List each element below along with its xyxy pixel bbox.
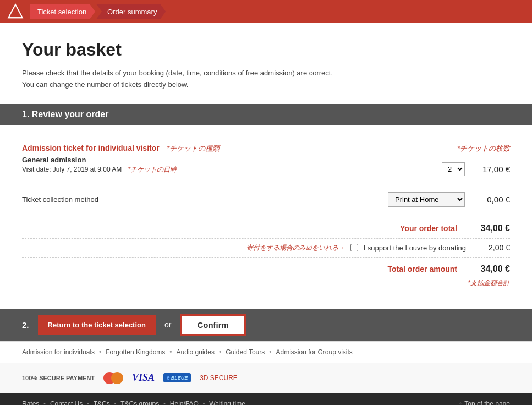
confirm-button[interactable]: Confirm bbox=[180, 314, 246, 336]
footer-tcs[interactable]: T&Cs bbox=[94, 400, 110, 405]
grand-total-annotation-row: *支払金額合計 bbox=[22, 278, 510, 292]
breadcrumb-ticket-selection[interactable]: Ticket selection bbox=[30, 4, 95, 19]
louvre-logo-icon bbox=[7, 3, 24, 20]
footer-link-audio-guides[interactable]: Audio guides bbox=[177, 348, 215, 356]
order-total-row: Your order total 34,00 € bbox=[22, 221, 510, 236]
collection-method-select[interactable]: Print at Home Collect at venue bbox=[388, 192, 465, 207]
action-section: 2. Return to the ticket selection or Con… bbox=[0, 309, 532, 341]
ticket-date: Visit date: July 7, 2019 at 9:00 AM *チケッ… bbox=[22, 165, 442, 174]
collection-price: 0,00 € bbox=[471, 195, 510, 204]
breadcrumb-order-summary[interactable]: Order summary bbox=[96, 4, 166, 19]
header: Ticket selection Order summary bbox=[0, 0, 532, 23]
footer-link-admission-individuals[interactable]: Admission for individuals bbox=[22, 348, 95, 356]
page-subtitle-line2: You can change the number of tickets dir… bbox=[22, 79, 510, 91]
footer-contact-us[interactable]: Contact Us bbox=[50, 400, 83, 405]
grand-total-label: Total order amount bbox=[387, 265, 457, 273]
order-total-label: Your order total bbox=[400, 224, 457, 233]
quantity-select[interactable]: 2 1 3 4 5 bbox=[442, 162, 465, 176]
qty-annotation: *チケットの枚数 bbox=[457, 144, 510, 154]
ticket-unit-price: 17,00 € bbox=[471, 165, 510, 174]
ticket-info: Admission ticket for individual visitor … bbox=[22, 144, 442, 174]
donate-annotation: 寄付をする場合のみ☑をいれる→ bbox=[246, 243, 345, 253]
collection-label: Ticket collection method bbox=[22, 195, 98, 204]
or-text: or bbox=[164, 320, 171, 329]
donate-label: I support the Louvre by donating bbox=[364, 244, 466, 252]
donate-row: 寄付をする場合のみ☑をいれる→ I support the Louvre by … bbox=[22, 238, 510, 258]
step-number: 2. bbox=[22, 320, 29, 330]
review-section-header: 1. Review your order bbox=[0, 104, 532, 125]
secure-3d-link[interactable]: 3D SECURE bbox=[200, 374, 238, 382]
page-title: Your basket bbox=[22, 40, 510, 60]
footer-rates[interactable]: Rates bbox=[22, 400, 39, 405]
secure-label: 100% SECURE PAYMENT bbox=[22, 375, 95, 381]
footer-link-forgotten-kingdoms[interactable]: Forgotten Kingdoms bbox=[106, 348, 165, 356]
order-section: Admission ticket for individual visitor … bbox=[0, 125, 532, 309]
footer-link-guided-tours[interactable]: Guided Tours bbox=[226, 348, 265, 356]
svg-marker-0 bbox=[8, 4, 23, 18]
ticket-type-label: Admission ticket for individual visitor bbox=[22, 144, 160, 152]
visa-icon: VISA bbox=[132, 372, 155, 384]
mastercard-icon bbox=[103, 372, 123, 384]
qty-price-row: 2 1 3 4 5 17,00 € bbox=[442, 162, 510, 176]
collection-right: Print at Home Collect at venue 0,00 € bbox=[388, 192, 510, 207]
payment-section: 100% SECURE PAYMENT VISA e BLEUE 3D SECU… bbox=[0, 363, 532, 393]
ticket-name: General admission bbox=[22, 156, 442, 164]
ticket-qty-price: *チケットの枚数 2 1 3 4 5 17,00 € bbox=[442, 144, 510, 176]
footer-link-group-visits[interactable]: Admission for Group visits bbox=[276, 348, 352, 356]
intro-section: Your basket Please check that the detail… bbox=[0, 23, 532, 104]
totals-section: Your order total 34,00 € 寄付をする場合のみ☑をいれる→… bbox=[22, 215, 510, 298]
footer-help-faq[interactable]: Help/FAQ bbox=[170, 400, 199, 405]
ticket-row: Admission ticket for individual visitor … bbox=[22, 136, 510, 184]
footer-waiting-time[interactable]: Waiting time bbox=[209, 400, 245, 405]
return-button[interactable]: Return to the ticket selection bbox=[38, 315, 156, 335]
footer-tcs-groups[interactable]: T&Cs groups bbox=[120, 400, 159, 405]
footer-links: Admission for individuals • Forgotten Ki… bbox=[0, 341, 532, 363]
top-of-page-link[interactable]: ↑ Top of the page bbox=[458, 399, 510, 405]
grand-total-row: Total order amount 34,00 € bbox=[22, 260, 510, 278]
ticket-type-annotation: *チケットの種類 bbox=[167, 144, 220, 152]
bottom-nav: Rates • Contact Us • T&Cs • T&Cs groups … bbox=[22, 400, 245, 405]
donate-amount: 2,00 € bbox=[471, 243, 510, 252]
cb-badge-icon: e BLEUE bbox=[163, 373, 191, 382]
breadcrumb: Ticket selection Order summary bbox=[30, 4, 166, 19]
bottom-footer: Rates • Contact Us • T&Cs • T&Cs groups … bbox=[0, 393, 532, 405]
donate-checkbox[interactable] bbox=[350, 244, 358, 251]
collection-row: Ticket collection method Print at Home C… bbox=[22, 184, 510, 215]
grand-total-annotation: *支払金額合計 bbox=[468, 279, 510, 287]
grand-total-amount: 34,00 € bbox=[466, 264, 510, 274]
page-subtitle-line1: Please check that the details of your bo… bbox=[22, 68, 510, 79]
order-total-amount: 34,00 € bbox=[466, 223, 510, 233]
